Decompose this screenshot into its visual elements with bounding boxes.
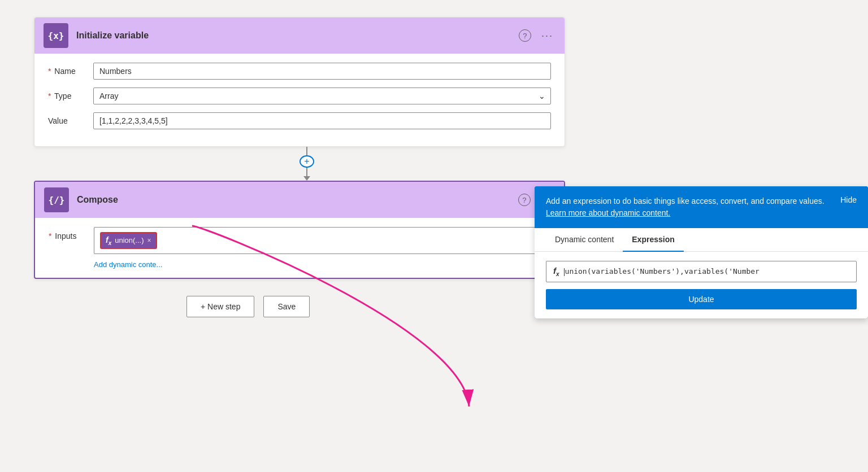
connector: + (300, 147, 314, 181)
expression-input-text[interactable]: union(variables('Numbers'),variables('Nu… (564, 267, 849, 276)
name-required-star: * (48, 67, 51, 76)
learn-more-link[interactable]: Learn more about dynamic content. (546, 208, 670, 217)
connector-plus-icon: + (304, 156, 309, 167)
initialize-more-button[interactable]: ··· (539, 28, 555, 44)
name-label: * Name (48, 67, 93, 76)
initialize-card-title: Initialize variable (76, 30, 517, 41)
compose-card-icon: {/} (44, 187, 69, 212)
update-button[interactable]: Update (546, 289, 857, 309)
initialize-card-actions: ? ··· (517, 27, 555, 44)
action-buttons: + New step Save (186, 296, 310, 317)
panel-top: Add an expression to do basic things lik… (535, 186, 868, 228)
dynamic-content-panel: Add an expression to do basic things lik… (535, 186, 868, 318)
expression-input-row[interactable]: fx union(variables('Numbers'),variables(… (546, 261, 857, 282)
type-form-row: * Type Array Boolean Float Integer Objec… (48, 88, 551, 104)
inputs-required-star: * (49, 231, 51, 241)
value-input[interactable] (93, 112, 551, 129)
new-step-button[interactable]: + New step (186, 296, 254, 317)
connector-line-bottom (306, 168, 307, 176)
initialize-card-icon: {x} (44, 23, 68, 48)
type-label: * Type (48, 91, 93, 100)
name-form-row: * Name (48, 63, 551, 80)
hide-button[interactable]: Hide (840, 195, 857, 204)
fx-chip-icon: fx (106, 235, 111, 246)
initialize-card-header: {x} Initialize variable ? ··· (34, 18, 565, 54)
tab-expression[interactable]: Expression (623, 228, 683, 252)
initialize-help-button[interactable]: ? (517, 27, 533, 44)
compose-card: {/} Compose ? ··· * Inputs fx (34, 181, 565, 279)
compose-help-button[interactable]: ? (516, 191, 533, 208)
inputs-label: * Inputs (49, 227, 94, 241)
connector-arrow-icon (303, 176, 310, 181)
connector-plus-button[interactable]: + (300, 155, 314, 168)
chip-label: union(...) (115, 236, 144, 244)
value-form-row: Value (48, 112, 551, 129)
compose-card-title: Compose (77, 195, 516, 205)
save-button[interactable]: Save (263, 296, 310, 317)
chip-close-button[interactable]: × (147, 237, 151, 244)
value-label: Value (48, 116, 93, 125)
inputs-row: * Inputs fx union(...) × (49, 227, 550, 254)
panel-tabs: Dynamic content Expression (535, 228, 868, 252)
inputs-field[interactable]: fx union(...) × (94, 227, 550, 254)
compose-card-header: {/} Compose ? ··· (35, 182, 564, 218)
text-cursor (564, 268, 565, 276)
initialize-card-body: * Name * Type Array Boolean Float Intege… (34, 54, 565, 146)
panel-description: Add an expression to do basic things lik… (546, 195, 831, 219)
type-select-wrapper: Array Boolean Float Integer Object Strin… (93, 88, 551, 104)
initialize-variable-card: {x} Initialize variable ? ··· * Name (34, 17, 565, 147)
name-input[interactable] (93, 63, 551, 80)
connector-line-top (306, 147, 307, 155)
type-select[interactable]: Array Boolean Float Integer Object Strin… (93, 88, 551, 104)
fx-expression-icon: fx (553, 266, 559, 277)
tab-dynamic-content[interactable]: Dynamic content (546, 228, 623, 252)
type-required-star: * (48, 91, 51, 100)
function-chip[interactable]: fx union(...) × (100, 232, 157, 250)
add-dynamic-row: Add dynamic conte... (94, 260, 550, 269)
compose-card-body: * Inputs fx union(...) × Add dynamic con… (35, 218, 564, 278)
add-dynamic-content-link[interactable]: Add dynamic conte... (94, 258, 162, 271)
panel-body: fx union(variables('Numbers'),variables(… (535, 252, 868, 318)
